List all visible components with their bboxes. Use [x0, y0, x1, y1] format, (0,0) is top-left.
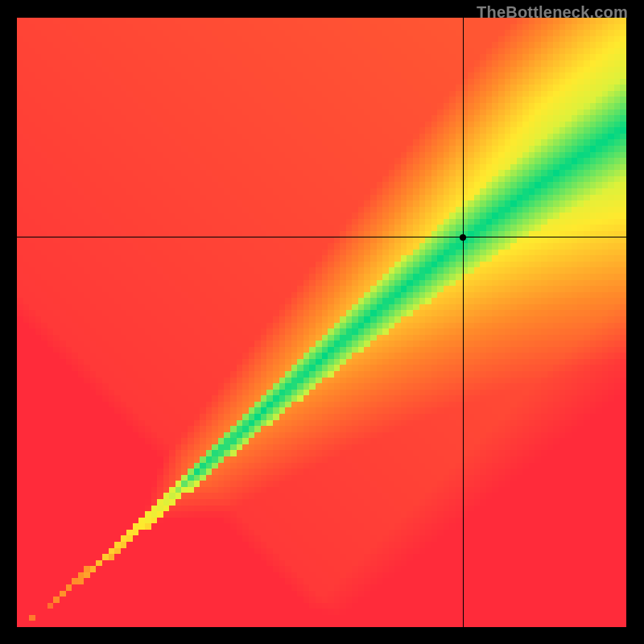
heatmap-canvas — [17, 18, 626, 627]
marker-dot — [460, 234, 466, 241]
crosshair-vertical — [463, 18, 464, 627]
chart-frame: TheBottleneck.com — [0, 0, 644, 644]
heatmap-plot — [17, 18, 626, 627]
crosshair-horizontal — [17, 237, 626, 237]
